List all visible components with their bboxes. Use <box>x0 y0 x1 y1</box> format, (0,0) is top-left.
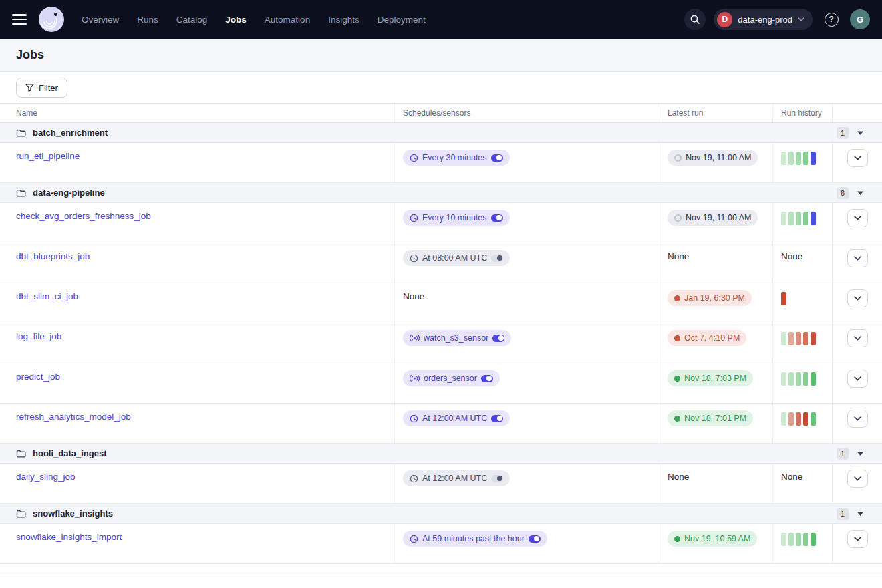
job-link[interactable]: dbt_blueprints_job <box>16 251 90 261</box>
run-history-bar[interactable] <box>788 533 794 546</box>
nav-item-automation[interactable]: Automation <box>265 15 310 25</box>
menu-icon[interactable] <box>12 14 27 25</box>
run-history-bar[interactable] <box>781 152 786 165</box>
latest-run-chip[interactable]: Nov 19, 11:00 AM <box>668 210 758 226</box>
run-history-bar[interactable] <box>781 412 786 426</box>
group-collapse-button[interactable] <box>856 130 865 136</box>
nav-item-catalog[interactable]: Catalog <box>176 15 208 25</box>
search-button[interactable] <box>684 9 706 30</box>
run-history-bar[interactable] <box>781 292 786 305</box>
dagster-logo-icon[interactable] <box>39 7 64 32</box>
run-history-bar[interactable] <box>796 412 801 426</box>
nav-item-deployment[interactable]: Deployment <box>378 15 426 25</box>
run-history-bar[interactable] <box>803 533 808 546</box>
run-history-bars[interactable] <box>781 531 825 546</box>
run-history-bars[interactable] <box>781 410 825 426</box>
run-history-bars[interactable] <box>781 330 825 345</box>
latest-run-chip[interactable]: Nov 18, 7:03 PM <box>668 370 753 386</box>
sensor-chip[interactable]: orders_sensor <box>403 370 500 386</box>
row-expand-button[interactable] <box>847 209 868 227</box>
latest-run-chip[interactable]: Oct 7, 4:10 PM <box>668 330 746 346</box>
run-history-bar[interactable] <box>811 332 816 345</box>
run-history-bars[interactable] <box>781 150 825 165</box>
run-history-bar[interactable] <box>803 332 808 345</box>
job-link[interactable]: run_etl_pipeline <box>16 151 80 161</box>
schedule-chip[interactable]: At 59 minutes past the hour <box>403 531 547 547</box>
latest-run-chip[interactable]: Nov 19, 10:59 AM <box>668 531 757 547</box>
schedule-chip[interactable]: Every 30 minutes <box>403 150 510 166</box>
column-header-schedules: Schedules/sensors <box>394 104 659 122</box>
help-button[interactable]: ? <box>821 9 842 30</box>
run-history-bar[interactable] <box>796 152 801 165</box>
toggle-on-icon[interactable] <box>529 535 541 543</box>
run-history-bar[interactable] <box>781 372 786 386</box>
run-history-bar[interactable] <box>803 412 808 426</box>
toggle-on-icon[interactable] <box>491 154 503 162</box>
avatar[interactable]: G <box>850 9 870 29</box>
row-expand-button[interactable] <box>847 289 868 307</box>
job-link[interactable]: predict_job <box>16 372 60 382</box>
toggle-on-icon[interactable] <box>481 375 493 382</box>
row-expand-button[interactable] <box>847 410 868 428</box>
latest-run-chip[interactable]: Jan 19, 6:30 PM <box>668 290 752 306</box>
schedule-chip[interactable]: At 08:00 AM UTC <box>403 250 510 266</box>
run-history-bar[interactable] <box>788 332 794 345</box>
row-expand-button[interactable] <box>847 149 868 167</box>
row-expand-button[interactable] <box>847 249 868 267</box>
run-history-bar[interactable] <box>811 372 816 386</box>
nav-item-overview[interactable]: Overview <box>82 15 119 25</box>
run-history-bars[interactable] <box>781 370 825 386</box>
chevron-down-icon <box>854 156 861 160</box>
sensor-chip[interactable]: watch_s3_sensor <box>403 330 511 346</box>
run-history-bars[interactable] <box>781 290 825 305</box>
run-history-bar[interactable] <box>788 372 794 386</box>
job-link[interactable]: snowflake_insights_import <box>16 532 122 542</box>
toggle-on-icon[interactable] <box>491 214 503 222</box>
run-history-bar[interactable] <box>781 332 786 345</box>
run-history-bar[interactable] <box>811 212 816 225</box>
latest-run-chip[interactable]: Nov 18, 7:01 PM <box>668 410 753 426</box>
run-history-bar[interactable] <box>811 152 816 165</box>
run-history-bar[interactable] <box>803 152 808 165</box>
row-expand-button[interactable] <box>847 370 868 388</box>
job-link[interactable]: check_avg_orders_freshness_job <box>16 211 151 221</box>
schedule-chip[interactable]: At 12:00 AM UTC <box>403 470 510 486</box>
nav-item-insights[interactable]: Insights <box>328 15 359 25</box>
group-collapse-button[interactable] <box>856 190 865 196</box>
toggle-on-icon[interactable] <box>491 415 503 422</box>
run-history-bar[interactable] <box>796 372 801 386</box>
latest-run-chip[interactable]: Nov 19, 11:00 AM <box>668 150 758 166</box>
toggle-off-icon[interactable] <box>491 475 503 482</box>
run-history-bar[interactable] <box>796 533 801 546</box>
run-history-bar[interactable] <box>781 533 786 546</box>
row-expand-button[interactable] <box>847 470 868 488</box>
schedule-chip[interactable]: Every 10 minutes <box>403 210 510 226</box>
run-history-bar[interactable] <box>796 332 801 345</box>
group-collapse-button[interactable] <box>856 510 865 517</box>
run-history-bar[interactable] <box>788 212 794 225</box>
run-history-bar[interactable] <box>788 152 794 165</box>
row-expand-button[interactable] <box>847 530 868 548</box>
schedule-chip[interactable]: At 12:00 AM UTC <box>403 410 510 426</box>
job-link[interactable]: refresh_analytics_model_job <box>16 412 131 422</box>
run-history-bar[interactable] <box>803 212 808 225</box>
schedule-label: Every 30 minutes <box>422 153 487 162</box>
filter-button[interactable]: Filter <box>16 78 67 98</box>
job-link[interactable]: dbt_slim_ci_job <box>16 291 78 301</box>
row-expand-button[interactable] <box>847 329 868 347</box>
job-link[interactable]: log_file_job <box>16 331 61 341</box>
job-link[interactable]: daily_sling_job <box>16 472 76 482</box>
run-history-bar[interactable] <box>781 212 786 225</box>
toggle-on-icon[interactable] <box>492 335 504 342</box>
workspace-switcher[interactable]: D data-eng-prod <box>714 9 813 30</box>
toggle-off-icon[interactable] <box>491 255 503 262</box>
nav-item-runs[interactable]: Runs <box>137 15 158 25</box>
run-history-bar[interactable] <box>811 412 816 426</box>
run-history-bars[interactable] <box>781 210 825 225</box>
nav-item-jobs[interactable]: Jobs <box>225 15 247 25</box>
run-history-bar[interactable] <box>803 372 808 386</box>
run-history-bar[interactable] <box>796 212 801 225</box>
group-collapse-button[interactable] <box>856 450 865 457</box>
run-history-bar[interactable] <box>811 533 816 546</box>
run-history-bar[interactable] <box>788 412 794 426</box>
